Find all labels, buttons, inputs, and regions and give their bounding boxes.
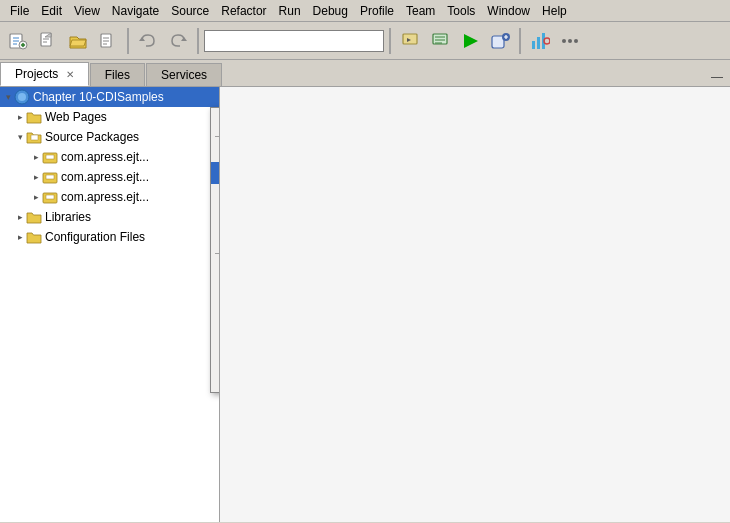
- menu-edit[interactable]: Edit: [35, 2, 68, 20]
- tab-container: Projects ✕ Files Services —: [0, 60, 730, 87]
- svg-point-16: [568, 39, 572, 43]
- minimize-panel-btn[interactable]: —: [708, 68, 726, 86]
- cm-new[interactable]: New ▶: [211, 111, 220, 133]
- svg-rect-20: [31, 135, 38, 140]
- tab-projects-close[interactable]: ✕: [66, 69, 74, 80]
- open-project-btn[interactable]: [64, 27, 92, 55]
- tree-libraries-label: Libraries: [45, 210, 91, 224]
- menu-debug[interactable]: Debug: [307, 2, 354, 20]
- cm-deploy[interactable]: Deploy: [211, 279, 220, 301]
- menu-help[interactable]: Help: [536, 2, 573, 20]
- toolbar-sep-1: [127, 28, 129, 54]
- folder-webpages-icon: [26, 109, 42, 125]
- menubar: File Edit View Navigate Source Refactor …: [0, 0, 730, 22]
- svg-rect-6: [403, 34, 417, 44]
- tree-item-root[interactable]: ▾ Chapter 10-CDISamples: [0, 87, 219, 107]
- menu-run[interactable]: Run: [273, 2, 307, 20]
- tree-item-libraries[interactable]: ▸ Libraries: [0, 207, 219, 227]
- clean-build-btn[interactable]: [426, 27, 454, 55]
- tree-sourcepackages-label: Source Packages: [45, 130, 139, 144]
- svg-rect-22: [46, 155, 54, 159]
- new-file-btn[interactable]: [34, 27, 62, 55]
- menu-refactor[interactable]: Refactor: [215, 2, 272, 20]
- expand-libraries-icon: ▸: [14, 211, 26, 223]
- main-area: ▾ Chapter 10-CDISamples ▸ Web Pages ▾: [0, 87, 730, 522]
- package1-icon: [42, 149, 58, 165]
- svg-rect-12: [537, 37, 540, 49]
- expand-pkg3-icon: ▸: [30, 191, 42, 203]
- tree-pkg1-label: com.apress.ejt...: [61, 150, 149, 164]
- toolbar-sep-3: [389, 28, 391, 54]
- cm-build[interactable]: Build: [211, 140, 220, 162]
- tree-item-package2[interactable]: ▸ com.apress.ejt...: [0, 167, 219, 187]
- menu-tools[interactable]: Tools: [441, 2, 481, 20]
- cm-test-restful: Test RESTful Web Services: [211, 345, 220, 367]
- tree-item-sourcepackages[interactable]: ▾ Source Packages: [0, 127, 219, 147]
- redo-btn[interactable]: [164, 27, 192, 55]
- svg-rect-24: [46, 175, 54, 179]
- package2-icon: [42, 169, 58, 185]
- expand-webpages-icon: ▸: [14, 111, 26, 123]
- menu-team[interactable]: Team: [400, 2, 441, 20]
- menu-profile[interactable]: Profile: [354, 2, 400, 20]
- cm-profile[interactable]: Profile: [211, 323, 220, 345]
- package3-icon: [42, 189, 58, 205]
- undo-btn[interactable]: [134, 27, 162, 55]
- toolbar-sep-2: [197, 28, 199, 54]
- cm-generate-javadoc[interactable]: Generate Javadoc: [211, 228, 220, 250]
- tree-root-label: Chapter 10-CDISamples: [33, 90, 164, 104]
- tree-configfiles-label: Configuration Files: [45, 230, 145, 244]
- tab-area-right: —: [708, 68, 730, 86]
- tree-item-configfiles[interactable]: ▸ Configuration Files: [0, 227, 219, 247]
- svg-marker-4: [139, 37, 145, 41]
- tree-item-webpages[interactable]: ▸ Web Pages: [0, 107, 219, 127]
- cm-sep-1: [215, 136, 220, 137]
- tree-pkg2-label: com.apress.ejt...: [61, 170, 149, 184]
- cm-clean[interactable]: Clean: [211, 184, 220, 206]
- svg-marker-5: [181, 37, 187, 41]
- tab-files[interactable]: Files: [90, 63, 145, 86]
- svg-point-15: [562, 39, 566, 43]
- tree-item-package1[interactable]: ▸ com.apress.ejt...: [0, 147, 219, 167]
- toolbar-sep-4: [519, 28, 521, 54]
- cm-clean-and-build[interactable]: Clean and Build: [211, 162, 220, 184]
- expand-root-icon: ▾: [2, 91, 14, 103]
- toolbar-combo[interactable]: [204, 30, 384, 52]
- cm-sep-2: [215, 253, 220, 254]
- menu-navigate[interactable]: Navigate: [106, 2, 165, 20]
- tab-services[interactable]: Services: [146, 63, 222, 86]
- run-btn[interactable]: [456, 27, 484, 55]
- cm-verify[interactable]: Verify: [211, 206, 220, 228]
- expand-sourcepackages-icon: ▾: [14, 131, 26, 143]
- menu-window[interactable]: Window: [481, 2, 536, 20]
- more-btn[interactable]: [556, 27, 584, 55]
- folder-configfiles-icon: [26, 229, 42, 245]
- cm-debug[interactable]: Debug: [211, 301, 220, 323]
- tree-panel: ▾ Chapter 10-CDISamples ▸ Web Pages ▾: [0, 87, 220, 522]
- svg-rect-26: [46, 195, 54, 199]
- menu-file[interactable]: File: [4, 2, 35, 20]
- cm-run[interactable]: Run: [211, 257, 220, 279]
- expand-configfiles-icon: ▸: [14, 231, 26, 243]
- tree-pkg3-label: com.apress.ejt...: [61, 190, 149, 204]
- tree-item-package3[interactable]: ▸ com.apress.ejt...: [0, 187, 219, 207]
- toolbar: [0, 22, 730, 60]
- svg-point-19: [18, 93, 26, 101]
- expand-pkg1-icon: ▸: [30, 151, 42, 163]
- profile-btn[interactable]: [526, 27, 554, 55]
- debug-btn[interactable]: [486, 27, 514, 55]
- new-project-btn[interactable]: [4, 27, 32, 55]
- project-icon: [14, 89, 30, 105]
- svg-rect-11: [532, 41, 535, 49]
- svg-marker-8: [464, 34, 478, 48]
- tab-projects[interactable]: Projects ✕: [0, 62, 89, 86]
- menu-view[interactable]: View: [68, 2, 106, 20]
- svg-point-17: [574, 39, 578, 43]
- menu-source[interactable]: Source: [165, 2, 215, 20]
- folder-libraries-icon: [26, 209, 42, 225]
- context-menu: New ▶ Build Clean and Build Clean Verify: [210, 107, 220, 393]
- expand-pkg2-icon: ▸: [30, 171, 42, 183]
- cm-test[interactable]: Test Alt+F6: [211, 367, 220, 389]
- build-btn[interactable]: [396, 27, 424, 55]
- open-file-btn[interactable]: [94, 27, 122, 55]
